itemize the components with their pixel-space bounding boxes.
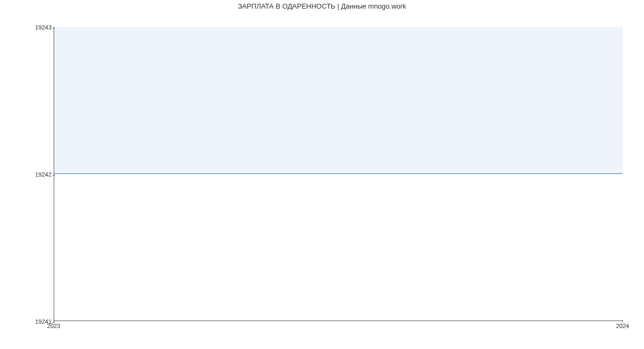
x-tick-label: 2024	[616, 323, 629, 329]
y-tick-label: 19241	[3, 319, 52, 325]
chart-container: ЗАРПЛАТА В ОДАРЕННОСТЬ | Данные mnogo.wo…	[0, 0, 644, 349]
x-tick-mark	[623, 320, 623, 322]
y-tick-text: 19242	[35, 171, 52, 178]
series-line	[54, 173, 623, 174]
chart-title: ЗАРПЛАТА В ОДАРЕННОСТЬ | Данные mnogo.wo…	[0, 2, 644, 10]
y-tick-label: 19243	[3, 25, 52, 31]
plot-area	[54, 27, 623, 321]
y-tick-label: 19242	[3, 172, 52, 178]
x-tick-text: 2023	[47, 323, 60, 329]
series-area-fill	[54, 27, 623, 174]
x-tick-mark	[54, 320, 54, 322]
y-tick-text: 19243	[35, 24, 52, 31]
x-tick-text: 2024	[616, 323, 629, 329]
x-tick-label: 2023	[47, 323, 60, 329]
